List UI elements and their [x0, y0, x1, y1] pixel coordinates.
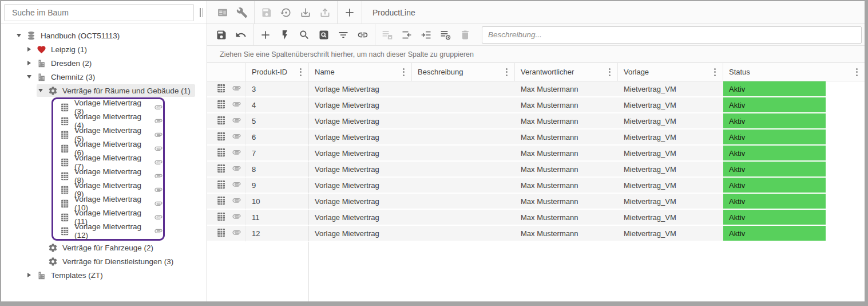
column-menu-icon[interactable] — [502, 66, 511, 79]
tree-item-vorlage-mietvertrag-12[interactable]: Vorlage Mietvertrag (12) — [55, 224, 163, 238]
sidebar-splitter-handle[interactable] — [200, 8, 204, 17]
paperclip-icon[interactable] — [232, 99, 241, 111]
paperclip-icon[interactable] — [232, 115, 241, 127]
expand-rows-icon[interactable] — [417, 26, 436, 44]
grid-icon[interactable] — [216, 83, 227, 95]
table-row[interactable]: 12 Vorlage Mietvertrag Max Mustermann Mi… — [207, 226, 865, 242]
chevron-down-icon[interactable] — [15, 34, 23, 37]
paperclip-icon[interactable] — [232, 211, 241, 223]
link-icon[interactable] — [353, 26, 372, 44]
table-row[interactable]: 11 Vorlage Mietvertrag Max Mustermann Mi… — [207, 210, 865, 226]
paperclip-icon — [154, 130, 163, 139]
column-menu-icon[interactable] — [853, 66, 861, 79]
table-row[interactable]: 6 Vorlage Mietvertrag Max Mustermann Mie… — [207, 130, 865, 146]
paperclip-icon — [154, 185, 163, 194]
cell-name: Vorlage Mietvertrag — [309, 130, 412, 146]
chevron-down-icon[interactable] — [25, 75, 33, 79]
save-button[interactable] — [257, 4, 276, 21]
table-header: Produkt-ID Name Beschreibung Verantwortl… — [207, 63, 865, 81]
paperclip-icon[interactable] — [232, 147, 241, 159]
grid-icon[interactable] — [216, 163, 227, 175]
tree-item-chemnitz[interactable]: Chemnitz (3) — [1, 70, 207, 84]
header-cell-icons — [207, 63, 246, 81]
cell-produkt-id: 5 — [246, 113, 309, 130]
add-tab-button[interactable] — [340, 4, 359, 21]
column-menu-icon[interactable] — [605, 66, 614, 79]
paperclip-icon[interactable] — [232, 227, 241, 239]
tree-item-vertraege-raeume[interactable]: Verträge für Räume und Gebäude (1) — [1, 84, 207, 97]
form-view-button[interactable] — [213, 4, 232, 21]
grid-icon[interactable] — [216, 227, 227, 240]
grid-icon[interactable] — [216, 179, 227, 191]
cell-status: Aktiv — [723, 97, 865, 113]
restore-icon[interactable] — [276, 4, 296, 21]
tree-item-vertraege-fahrzeuge[interactable]: Verträge für Fahrzeuge (2) — [1, 241, 207, 254]
chevron-down-icon[interactable] — [37, 89, 45, 92]
tab-productline[interactable]: ProductLine — [372, 8, 415, 17]
header-cell-beschreibung[interactable]: Beschreibung — [412, 63, 515, 81]
chevron-right-icon[interactable] — [25, 47, 33, 52]
grid-icon[interactable] — [216, 211, 227, 223]
cell-verantwortlicher: Max Mustermann — [515, 81, 618, 97]
delete-icon[interactable] — [455, 26, 475, 44]
chevron-right-icon[interactable] — [25, 61, 33, 65]
grid-icon[interactable] — [216, 99, 227, 111]
column-menu-icon[interactable] — [399, 66, 408, 79]
header-cell-vorlage[interactable]: Vorlage — [618, 63, 723, 81]
table-row[interactable]: 3 Vorlage Mietvertrag Max Mustermann Mie… — [207, 81, 865, 97]
flash-icon[interactable] — [275, 26, 295, 44]
header-cell-name[interactable]: Name — [309, 63, 412, 81]
paperclip-icon[interactable] — [232, 195, 241, 207]
paperclip-icon[interactable] — [232, 131, 241, 143]
cell-vorlage: Mietvertrag_VM — [618, 146, 723, 162]
column-menu-icon[interactable] — [296, 66, 305, 79]
tree-item-vertraege-dienstleistungen[interactable]: Verträge für Dienstleistungen (3) — [1, 254, 207, 268]
search-panel-icon[interactable] — [314, 26, 334, 44]
cell-produkt-id: 6 — [246, 130, 309, 146]
cell-name: Vorlage Mietvertrag — [309, 113, 412, 130]
column-label: Verantwortlicher — [521, 68, 574, 76]
tree-search-input[interactable]: Suche im Baum — [4, 4, 194, 21]
grid-icon — [60, 171, 70, 181]
download-icon[interactable] — [296, 4, 315, 21]
header-cell-status[interactable]: Status — [723, 63, 865, 81]
cell-verantwortlicher: Max Mustermann — [515, 226, 618, 242]
table-row[interactable]: 4 Vorlage Mietvertrag Max Mustermann Mie… — [207, 97, 865, 113]
tree-item-handbuch[interactable]: Handbuch (OCT51113) — [1, 29, 207, 42]
table-row[interactable]: 5 Vorlage Mietvertrag Max Mustermann Mie… — [207, 113, 865, 130]
header-cell-verantwortlicher[interactable]: Verantwortlicher — [515, 63, 618, 81]
save-button[interactable] — [212, 26, 231, 44]
header-cell-produkt-id[interactable]: Produkt-ID — [246, 63, 309, 81]
tree-item-label: Verträge für Räume und Gebäude (1) — [62, 87, 191, 95]
undo-icon[interactable] — [231, 26, 251, 44]
tree-item-templates[interactable]: Templates (ZT) — [1, 268, 207, 282]
grid-icon[interactable] — [216, 195, 227, 207]
paperclip-icon[interactable] — [232, 179, 241, 191]
row-history-icon[interactable] — [436, 26, 455, 44]
chevron-right-icon[interactable] — [25, 273, 33, 277]
table-row[interactable]: 9 Vorlage Mietvertrag Max Mustermann Mie… — [207, 178, 865, 194]
filter-icon[interactable] — [334, 26, 353, 44]
grid-icon[interactable] — [216, 131, 227, 143]
add-row-button[interactable] — [256, 26, 275, 44]
collapse-rows-icon[interactable] — [397, 26, 417, 44]
search-icon[interactable] — [295, 26, 314, 44]
upload-icon[interactable] — [315, 4, 335, 21]
paperclip-icon[interactable] — [232, 163, 241, 175]
grid-icon[interactable] — [216, 147, 227, 159]
cell-verantwortlicher: Max Mustermann — [515, 146, 618, 162]
grid-icon — [60, 130, 70, 140]
group-by-bar[interactable]: Ziehen Sie eine Spaltenüberschrift hierh… — [207, 46, 865, 63]
table-row[interactable]: 10 Vorlage Mietvertrag Max Mustermann Mi… — [207, 194, 865, 210]
column-menu-icon[interactable] — [711, 66, 719, 79]
table-row[interactable]: 7 Vorlage Mietvertrag Max Mustermann Mie… — [207, 146, 865, 162]
tree-item-dresden[interactable]: Dresden (2) — [1, 56, 207, 70]
save-layout-icon[interactable] — [378, 26, 397, 44]
description-input[interactable] — [482, 26, 862, 44]
grid-icon[interactable] — [216, 115, 227, 127]
wrench-icon[interactable] — [232, 4, 252, 21]
table-row[interactable]: 8 Vorlage Mietvertrag Max Mustermann Mie… — [207, 162, 865, 178]
tree-item-leipzig[interactable]: Leipzig (1) — [1, 42, 207, 56]
paperclip-icon[interactable] — [232, 83, 241, 95]
row-icon-cell — [207, 210, 246, 226]
